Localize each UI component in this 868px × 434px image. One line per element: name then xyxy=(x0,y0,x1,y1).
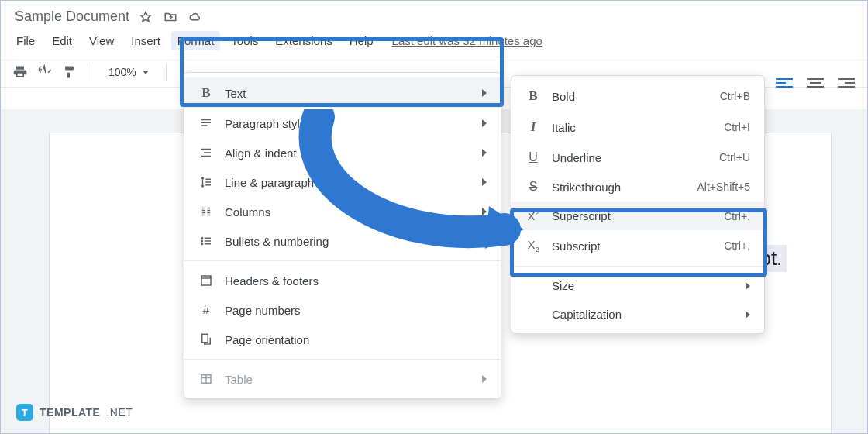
toolbar-separator xyxy=(91,64,91,81)
svg-point-19 xyxy=(202,243,203,245)
line-spacing-icon xyxy=(198,175,214,189)
zoom-value: 100% xyxy=(108,66,136,78)
text-submenu: B Bold Ctrl+B I Italic Ctrl+I U Underlin… xyxy=(511,75,765,334)
text-underline[interactable]: U Underline Ctrl+U xyxy=(512,143,764,172)
label: Capitalization xyxy=(552,308,735,321)
menu-separator xyxy=(184,359,501,360)
zoom-selector[interactable]: 100% xyxy=(104,66,153,78)
bold-icon: B xyxy=(198,85,214,101)
shortcut: Ctrl+. xyxy=(724,210,750,222)
text-italic[interactable]: I Italic Ctrl+I xyxy=(512,112,764,143)
text-superscript[interactable]: X2 Superscript Ctrl+. xyxy=(512,202,764,230)
label: Table xyxy=(225,373,471,386)
doc-title[interactable]: Sample Document xyxy=(15,9,129,25)
align-center-icon[interactable] xyxy=(807,76,824,90)
columns-icon xyxy=(198,205,214,219)
star-icon[interactable] xyxy=(139,10,153,24)
menu-help[interactable]: Help xyxy=(343,31,380,50)
paragraph-styles-icon xyxy=(198,116,214,130)
bullets-icon xyxy=(198,234,214,248)
brand-logo-icon: T xyxy=(16,404,33,421)
text-bold[interactable]: B Bold Ctrl+B xyxy=(512,81,764,112)
chevron-down-icon xyxy=(143,71,149,74)
text-subscript[interactable]: X2 Subscript Ctrl+, xyxy=(512,230,764,261)
shortcut: Ctrl+U xyxy=(719,151,750,164)
menu-extensions[interactable]: Extensions xyxy=(269,31,338,50)
menu-edit[interactable]: Edit xyxy=(46,31,78,50)
watermark-brand: T TEMPLATE.NET xyxy=(16,404,133,421)
label: Strikethrough xyxy=(552,181,687,194)
align-left-icon[interactable] xyxy=(776,76,793,90)
shortcut: Ctrl+, xyxy=(724,239,750,252)
cloud-status-icon[interactable] xyxy=(188,10,202,24)
table-icon xyxy=(198,372,214,386)
menu-insert[interactable]: Insert xyxy=(125,31,167,50)
format-page-orientation[interactable]: Page orientation xyxy=(184,325,501,354)
page-orientation-icon xyxy=(198,332,214,346)
text-strikethrough[interactable]: S Strikethrough Alt+Shift+5 xyxy=(512,172,764,202)
chevron-right-icon xyxy=(746,282,750,290)
format-table[interactable]: Table xyxy=(184,364,501,394)
label: Underline xyxy=(552,151,708,164)
subscript-icon: X2 xyxy=(525,238,541,253)
align-indent-icon xyxy=(198,146,214,160)
paint-format-icon[interactable] xyxy=(61,64,78,81)
annotation-arrow xyxy=(272,109,528,249)
move-to-folder-icon[interactable] xyxy=(164,10,177,24)
label: Page numbers xyxy=(225,304,487,317)
menu-separator xyxy=(512,266,764,267)
label: Subscript xyxy=(552,239,713,253)
last-edit-label[interactable]: Last edit was 32 minutes ago xyxy=(392,34,542,47)
chevron-right-icon xyxy=(482,89,487,97)
menu-tools[interactable]: Tools xyxy=(225,31,264,50)
svg-point-17 xyxy=(202,238,203,239)
brand-suffix: .NET xyxy=(106,406,133,418)
menu-file[interactable]: File xyxy=(10,31,41,50)
superscript-icon: X2 xyxy=(525,209,541,222)
print-icon[interactable] xyxy=(12,64,29,81)
spellcheck-icon[interactable] xyxy=(36,64,53,81)
underline-icon: U xyxy=(525,150,541,164)
label: Superscript xyxy=(552,209,713,222)
italic-icon: I xyxy=(525,119,541,135)
label: Size xyxy=(552,279,735,292)
format-text-label: Text xyxy=(225,87,471,100)
label: Bold xyxy=(552,90,709,103)
strikethrough-icon: S xyxy=(525,180,541,194)
text-size[interactable]: Size xyxy=(512,271,764,300)
label: Headers & footers xyxy=(225,274,487,288)
bold-icon: B xyxy=(525,88,541,104)
shortcut: Alt+Shift+5 xyxy=(698,181,751,193)
menu-separator xyxy=(184,260,501,261)
brand-name: TEMPLATE xyxy=(40,406,100,418)
shortcut: Ctrl+I xyxy=(724,121,750,133)
format-page-numbers[interactable]: # Page numbers xyxy=(184,295,501,325)
page-numbers-icon: # xyxy=(198,303,214,317)
svg-rect-25 xyxy=(202,334,208,343)
chevron-right-icon xyxy=(482,375,487,383)
headers-footers-icon xyxy=(198,274,214,288)
label: Italic xyxy=(552,121,713,134)
label: Page orientation xyxy=(225,333,487,346)
menu-format[interactable]: Format xyxy=(171,31,221,50)
shortcut: Ctrl+B xyxy=(720,90,750,102)
format-text[interactable]: B Text xyxy=(184,78,501,108)
chevron-right-icon xyxy=(746,311,750,319)
svg-rect-23 xyxy=(202,276,211,285)
format-headers-footers[interactable]: Headers & footers xyxy=(184,266,501,295)
toolbar-separator xyxy=(166,64,167,81)
align-right-icon[interactable] xyxy=(838,76,855,90)
menu-view[interactable]: View xyxy=(83,31,120,50)
text-capitalization[interactable]: Capitalization xyxy=(512,300,764,329)
svg-point-18 xyxy=(202,240,203,242)
